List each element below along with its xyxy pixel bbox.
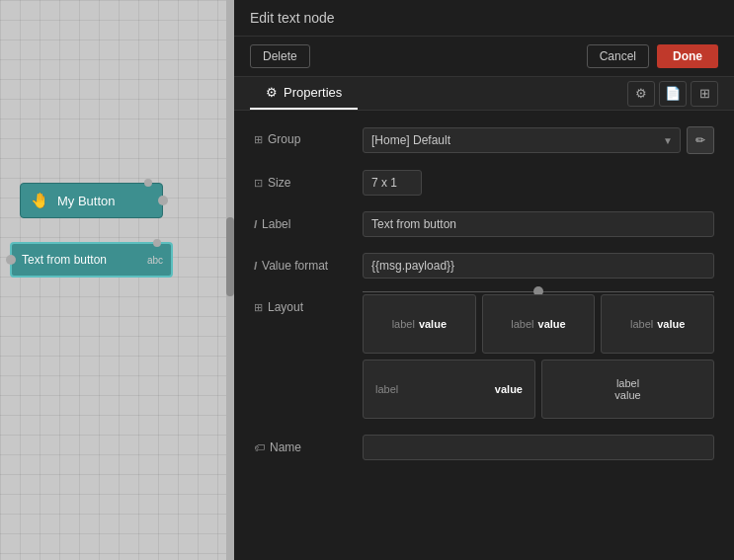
layout-option-4[interactable]: label value (363, 360, 535, 419)
form-row-layout: ⊞ Layout label value label value lab (254, 294, 714, 419)
layout-row-2: label value label value (363, 360, 714, 419)
value-format-icon: I (254, 260, 257, 272)
tab-icon-gear[interactable]: ⚙ (627, 81, 655, 107)
panel-title: Edit text node (234, 0, 734, 37)
tab-icon-grid[interactable]: ⊞ (691, 81, 718, 107)
value-format-label: I Value format (254, 253, 363, 273)
name-label: 🏷 Name (254, 435, 363, 454)
node-text-dot-left (6, 255, 16, 265)
size-display: 7 x 1 (363, 170, 422, 196)
form-row-name: 🏷 Name (254, 435, 714, 460)
tab-icons: ⚙ 📄 ⊞ (627, 81, 718, 107)
value-format-input[interactable] (363, 253, 714, 279)
delete-button[interactable]: Delete (250, 44, 310, 68)
canvas-scrollbar-thumb[interactable] (226, 217, 234, 296)
layout-option-1[interactable]: label value (363, 294, 476, 354)
layout-1-label: label (392, 318, 415, 330)
layout-option-2[interactable]: label value (482, 294, 596, 354)
label-control (363, 211, 714, 237)
layout-label: ⊞ Layout (254, 294, 363, 314)
tab-properties-label: Properties (284, 85, 342, 100)
group-select[interactable]: [Home] Default[Home] Other (363, 127, 681, 153)
size-icon: ⊡ (254, 177, 263, 190)
layout-options: label value label value label value (363, 294, 714, 354)
value-format-control (363, 253, 714, 279)
panel-tabs: ⚙ Properties ⚙ 📄 ⊞ (234, 77, 734, 111)
layout-option-5[interactable]: label value (541, 360, 714, 419)
label-input[interactable] (363, 211, 714, 237)
layout-1-value: value (419, 318, 447, 330)
tab-icon-doc[interactable]: 📄 (659, 81, 687, 107)
layout-5-value: value (614, 389, 640, 401)
group-edit-button[interactable]: ✏ (687, 126, 714, 154)
label-label: I Label (254, 211, 363, 231)
toolbar-left: Delete (250, 44, 310, 68)
group-control: [Home] Default[Home] Other ▼ ✏ (363, 126, 714, 154)
panel-toolbar: Delete Cancel Done (234, 37, 734, 77)
form-row-group: ⊞ Group [Home] Default[Home] Other ▼ ✏ (254, 126, 714, 154)
done-button[interactable]: Done (657, 44, 718, 68)
canvas-scrollbar[interactable] (226, 0, 234, 560)
group-select-wrapper: [Home] Default[Home] Other ▼ (363, 127, 681, 153)
node-text-badge: abc (147, 255, 163, 266)
size-control: 7 x 1 (363, 170, 714, 196)
node-button-dot-right (158, 196, 168, 205)
tab-properties[interactable]: ⚙ Properties (250, 77, 358, 110)
group-icon: ⊞ (254, 133, 263, 146)
node-button-dot-top (144, 179, 152, 187)
node-button[interactable]: 🤚 My Button (20, 183, 163, 218)
layout-5-label: label (616, 377, 639, 389)
canvas-panel: 🤚 My Button Text from button abc (0, 0, 234, 560)
gear-icon: ⚙ (266, 85, 278, 100)
layout-2-value: value (538, 318, 566, 330)
node-text-label: Text from button (22, 253, 107, 267)
cancel-button[interactable]: Cancel (587, 44, 649, 68)
group-label: ⊞ Group (254, 126, 363, 146)
label-icon: I (254, 218, 257, 230)
layout-control: label value label value label value labe… (363, 294, 714, 419)
layout-2-label: label (511, 318, 533, 330)
layout-4-label: label (375, 383, 398, 395)
form-row-value-format: I Value format (254, 253, 714, 279)
size-label: ⊡ Size (254, 170, 363, 190)
name-input[interactable] (363, 435, 714, 460)
panel-title-text: Edit text node (250, 10, 335, 26)
name-control (363, 435, 714, 460)
layout-3-label: label (630, 318, 653, 330)
node-text[interactable]: Text from button abc (10, 242, 173, 278)
toolbar-right: Cancel Done (587, 44, 718, 68)
panel-form: ⊞ Group [Home] Default[Home] Other ▼ ✏ ⊡… (234, 111, 734, 560)
name-icon: 🏷 (254, 441, 265, 453)
group-input-group: [Home] Default[Home] Other ▼ ✏ (363, 126, 714, 154)
form-row-label: I Label (254, 211, 714, 237)
layout-3-value: value (657, 318, 685, 330)
layout-4-value: value (495, 383, 523, 395)
layout-option-3[interactable]: label value (601, 294, 714, 354)
node-text-dot-top (153, 239, 161, 247)
layout-icon: ⊞ (254, 301, 263, 314)
edit-panel: Edit text node Delete Cancel Done ⚙ Prop… (234, 0, 734, 560)
button-icon: 🤚 (31, 192, 49, 209)
node-button-label: My Button (57, 194, 116, 208)
form-row-size: ⊡ Size 7 x 1 (254, 170, 714, 196)
